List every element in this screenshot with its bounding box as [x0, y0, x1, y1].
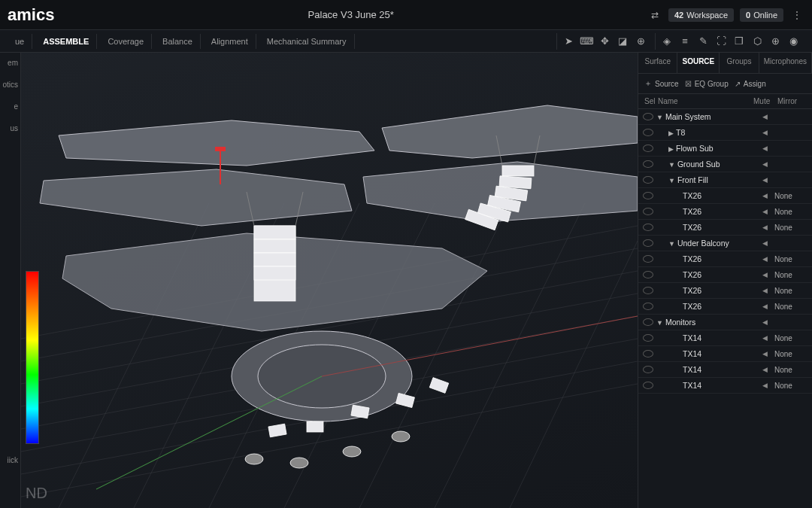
tree-row[interactable]: ▼Front Fill◀ [638, 172, 812, 188]
toggle-icon[interactable]: ▶ [668, 129, 674, 137]
more-icon[interactable]: ⋮ [789, 8, 804, 23]
toggle-icon[interactable]: ▼ [668, 161, 675, 169]
toggle-icon[interactable]: ▼ [668, 240, 675, 248]
tree-row[interactable]: ▼Ground Sub◀ [638, 157, 812, 172]
panel-tab-groups[interactable]: Groups [720, 53, 759, 73]
row-select[interactable] [643, 113, 653, 120]
mirror-cell[interactable]: None [774, 382, 807, 390]
tree-row[interactable]: TX26◀None [638, 220, 812, 236]
tab-coverage[interactable]: Coverage [100, 34, 152, 49]
assign-button[interactable]: ↗ Assign [735, 80, 766, 88]
tree-row[interactable]: TX14◀None [638, 346, 812, 362]
mute-icon[interactable]: ◀ [762, 224, 774, 231]
mute-icon[interactable]: ◀ [762, 334, 774, 342]
row-select[interactable] [643, 271, 653, 278]
tab-alignment[interactable]: Alignment [204, 34, 256, 49]
mirror-cell[interactable]: None [774, 350, 807, 358]
mirror-cell[interactable]: None [774, 271, 807, 279]
row-select[interactable] [643, 208, 653, 215]
row-select[interactable] [643, 224, 653, 231]
row-select[interactable] [643, 334, 653, 342]
row-select[interactable] [643, 287, 653, 294]
tree-row[interactable]: TX14◀None [638, 378, 812, 394]
tree-row[interactable]: ▶T8◀ [638, 125, 812, 141]
eq-group-button[interactable]: ☒ EQ Group [685, 80, 729, 88]
row-select[interactable] [643, 366, 653, 373]
tab-mechanical-summary[interactable]: Mechanical Summary [259, 34, 355, 49]
mute-icon[interactable]: ◀ [762, 382, 774, 389]
cursor-icon[interactable]: ➤ [560, 33, 577, 50]
tree-row[interactable]: TX26◀None [638, 204, 812, 220]
zoom-icon[interactable]: ⊕ [767, 33, 783, 50]
mirror-cell[interactable]: None [774, 192, 807, 200]
keyboard-icon[interactable]: ⌨ [578, 33, 595, 50]
toggle-icon[interactable]: ▼ [668, 177, 675, 184]
mute-icon[interactable]: ◀ [762, 160, 774, 168]
mirror-cell[interactable]: None [774, 334, 807, 342]
tree-row[interactable]: TX26◀None [638, 251, 812, 267]
add-source-button[interactable]: ＋ Source [644, 78, 679, 89]
row-select[interactable] [643, 350, 653, 357]
mute-icon[interactable]: ◀ [762, 255, 774, 263]
tree-row[interactable]: ▼Monitors◀ [638, 315, 812, 330]
panel-tab-surface[interactable]: Surface [638, 53, 677, 73]
tree-row[interactable]: TX26◀None [638, 267, 812, 283]
row-select[interactable] [643, 255, 653, 263]
tree-row[interactable]: TX14◀None [638, 330, 812, 346]
sidebar-item-2[interactable]: otics [2, 81, 18, 89]
sidebar-item-1[interactable]: em [8, 59, 18, 67]
mute-icon[interactable]: ◀ [762, 176, 774, 184]
tree-row[interactable]: TX26◀None [638, 188, 812, 204]
mute-icon[interactable]: ◀ [762, 350, 774, 357]
mute-icon[interactable]: ◀ [762, 239, 774, 247]
mirror-cell[interactable]: None [774, 366, 807, 374]
mirror-cell[interactable]: None [774, 224, 807, 232]
workspace-badge[interactable]: 42 Workspace [668, 8, 734, 22]
sidebar-item-5[interactable]: iick [8, 456, 18, 464]
tree-row[interactable]: ▼Under Balcony◀ [638, 236, 812, 251]
cube-icon[interactable]: ❒ [731, 33, 747, 50]
toggle-icon[interactable]: ▶ [668, 145, 674, 153]
move-icon[interactable]: ✥ [596, 33, 613, 50]
box-icon[interactable]: ◪ [614, 33, 631, 50]
sidebar-item-4[interactable]: us [10, 124, 18, 132]
mute-icon[interactable]: ◀ [762, 271, 774, 278]
language-icon[interactable]: ⇄ [647, 8, 662, 23]
globe-icon[interactable]: ⊕ [632, 33, 649, 50]
mirror-cell[interactable]: None [774, 208, 807, 216]
tree-row[interactable]: TX14◀None [638, 362, 812, 378]
mute-icon[interactable]: ◀ [762, 318, 774, 326]
toggle-icon[interactable]: ▼ [656, 319, 663, 327]
tree-row[interactable]: ▶Flown Sub◀ [638, 141, 812, 157]
expand-icon[interactable]: ⛶ [713, 33, 729, 50]
camera-icon[interactable]: ◉ [785, 33, 801, 50]
mute-icon[interactable]: ◀ [762, 129, 774, 136]
mute-icon[interactable]: ◀ [762, 113, 774, 120]
panel-tab-source[interactable]: SOURCE [677, 53, 720, 73]
row-select[interactable] [643, 129, 653, 136]
row-select[interactable] [643, 318, 653, 326]
online-badge[interactable]: 0 Online [740, 8, 783, 22]
edit-icon[interactable]: ✎ [695, 33, 711, 50]
tree-row[interactable]: TX26◀None [638, 299, 812, 315]
row-select[interactable] [643, 239, 653, 247]
mute-icon[interactable]: ◀ [762, 192, 774, 199]
shape-icon[interactable]: ⬡ [749, 33, 765, 50]
row-select[interactable] [643, 144, 653, 152]
row-select[interactable] [643, 160, 653, 168]
left-section-label[interactable]: ue [8, 34, 32, 49]
sidebar-item-3[interactable]: e [14, 102, 18, 111]
lines-icon[interactable]: ≡ [677, 33, 693, 50]
mute-icon[interactable]: ◀ [762, 208, 774, 215]
mute-icon[interactable]: ◀ [762, 144, 774, 152]
mirror-cell[interactable]: None [774, 303, 807, 311]
tree-row[interactable]: TX26◀None [638, 283, 812, 299]
mute-icon[interactable]: ◀ [762, 303, 774, 310]
mirror-cell[interactable]: None [774, 287, 807, 295]
mute-icon[interactable]: ◀ [762, 366, 774, 373]
tree-row[interactable]: ▼Main System◀ [638, 109, 812, 125]
toggle-icon[interactable]: ▼ [656, 114, 663, 121]
mirror-cell[interactable]: None [774, 255, 807, 263]
mute-icon[interactable]: ◀ [762, 287, 774, 294]
diamond-icon[interactable]: ◈ [659, 33, 675, 50]
